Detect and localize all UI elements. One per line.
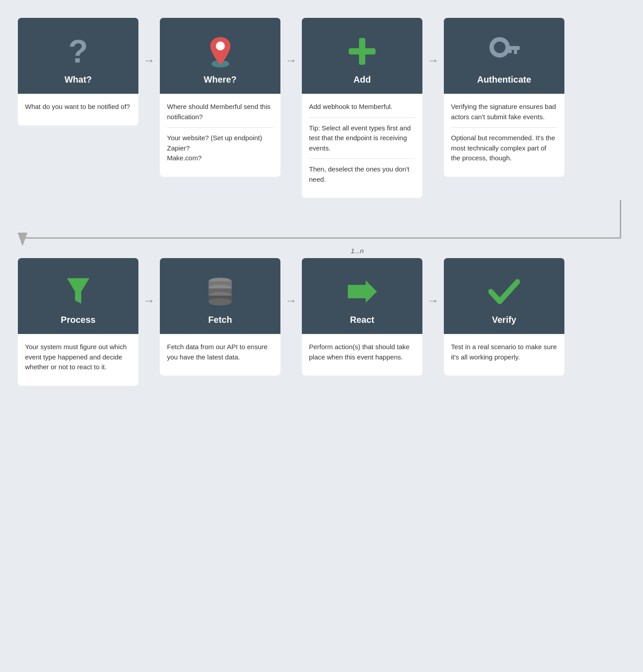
step-authenticate-text1: Verifying the signature ensures bad acto… xyxy=(451,102,557,127)
step-fetch-header: Fetch xyxy=(160,258,280,334)
step-react-header: React xyxy=(302,258,422,334)
diagram-container: ? What? What do you want to be notified … xyxy=(18,18,625,386)
svg-rect-5 xyxy=(505,46,520,50)
step-verify-title: Verify xyxy=(492,315,516,325)
step-authenticate: Authenticate Verifying the signature ens… xyxy=(444,18,564,177)
step-process-header: Process xyxy=(18,258,138,334)
step-react-text: Perform action(s) that should take place… xyxy=(309,342,415,367)
svg-point-1 xyxy=(216,42,225,50)
step-verify-body: Test in a real scenario to make sure it'… xyxy=(444,334,564,376)
svg-marker-17 xyxy=(348,280,377,303)
step-add-title: Add xyxy=(354,75,371,85)
step-authenticate-title: Authenticate xyxy=(477,75,531,85)
step-verify-header: Verify xyxy=(444,258,564,334)
step-fetch-text: Fetch data from our API to ensure you ha… xyxy=(167,342,273,367)
step-where-title: Where? xyxy=(204,75,236,85)
svg-rect-6 xyxy=(514,50,517,54)
svg-point-16 xyxy=(209,298,232,305)
arrow-r-v: → xyxy=(422,258,444,308)
step-add-header: Add xyxy=(302,18,422,94)
key-icon xyxy=(486,33,522,69)
step-add: Add Add webhook to Memberful. Tip: Selec… xyxy=(302,18,422,198)
step-where: Where? Where should Memberful send this … xyxy=(160,18,280,177)
row2-steps: Process Your system must figure out whic… xyxy=(18,258,625,386)
step-what-body: What do you want to be notified of? xyxy=(18,94,138,125)
step-what-title: What? xyxy=(64,75,92,85)
arrow-right-icon-6: → xyxy=(427,294,439,308)
row-connector xyxy=(18,198,625,247)
step-add-text3: Then, deselect the ones you don't need. xyxy=(309,159,415,190)
arrow-p-f: → xyxy=(138,258,160,308)
database-icon xyxy=(207,274,234,309)
step-fetch-body: Fetch data from our API to ensure you ha… xyxy=(160,334,280,376)
svg-marker-9 xyxy=(67,278,89,304)
plus-icon xyxy=(347,33,378,69)
step-where-header: Where? xyxy=(160,18,280,94)
step-process-title: Process xyxy=(61,315,96,325)
svg-point-4 xyxy=(492,39,508,55)
step-process-body: Your system must figure out which event … xyxy=(18,334,138,386)
row1-steps: ? What? What do you want to be notified … xyxy=(18,18,625,198)
step-process-text: Your system must figure out which event … xyxy=(25,342,131,378)
arrow-right-icon-5: → xyxy=(285,294,297,308)
step-fetch: Fetch Fetch data from our API to ensure … xyxy=(160,258,280,376)
arrow-3-4: → xyxy=(422,18,444,67)
step-what-header: ? What? xyxy=(18,18,138,94)
step-react-body: Perform action(s) that should take place… xyxy=(302,334,422,376)
step-authenticate-text2: Optional but recommended. It's the most … xyxy=(451,127,557,169)
step-what: ? What? What do you want to be notified … xyxy=(18,18,138,125)
svg-rect-7 xyxy=(509,50,512,53)
step-where-text1: Where should Memberful send this notific… xyxy=(167,102,273,127)
svg-rect-3 xyxy=(349,48,376,54)
arrow-2-3: → xyxy=(280,18,302,67)
arrow-f-r: → xyxy=(280,258,302,308)
arrow-right-icon-3: → xyxy=(427,54,439,67)
step-where-body: Where should Memberful send this notific… xyxy=(160,94,280,177)
arrow-fat-icon xyxy=(346,274,379,309)
filter-icon xyxy=(65,274,92,309)
arrow-1-2: → xyxy=(138,18,160,67)
step-process: Process Your system must figure out whic… xyxy=(18,258,138,386)
step-react-title: React xyxy=(350,315,374,325)
arrow-right-icon-4: → xyxy=(143,294,155,308)
step-authenticate-header: Authenticate xyxy=(444,18,564,94)
row2-label: 1...n xyxy=(351,247,363,255)
step-verify: Verify Test in a real scenario to make s… xyxy=(444,258,564,376)
arrow-right-icon: → xyxy=(143,54,155,67)
step-add-text2: Tip: Select all event types first and te… xyxy=(309,117,415,159)
step-add-text1: Add webhook to Memberful. xyxy=(309,102,415,117)
step-react: React Perform action(s) that should take… xyxy=(302,258,422,376)
step-authenticate-body: Verifying the signature ensures bad acto… xyxy=(444,94,564,177)
checkmark-icon xyxy=(489,274,520,309)
step-fetch-title: Fetch xyxy=(208,315,232,325)
pin-icon xyxy=(208,33,233,69)
step-add-body: Add webhook to Memberful. Tip: Select al… xyxy=(302,94,422,198)
question-icon: ? xyxy=(68,33,88,69)
arrow-right-icon-2: → xyxy=(285,54,297,67)
row2-label-area: 1...n xyxy=(18,247,625,255)
step-what-text: What do you want to be notified of? xyxy=(25,102,131,117)
connector-svg xyxy=(18,198,625,247)
step-verify-text: Test in a real scenario to make sure it'… xyxy=(451,342,557,367)
step-where-text2: Your website? (Set up endpoint) Zapier? … xyxy=(167,127,273,169)
